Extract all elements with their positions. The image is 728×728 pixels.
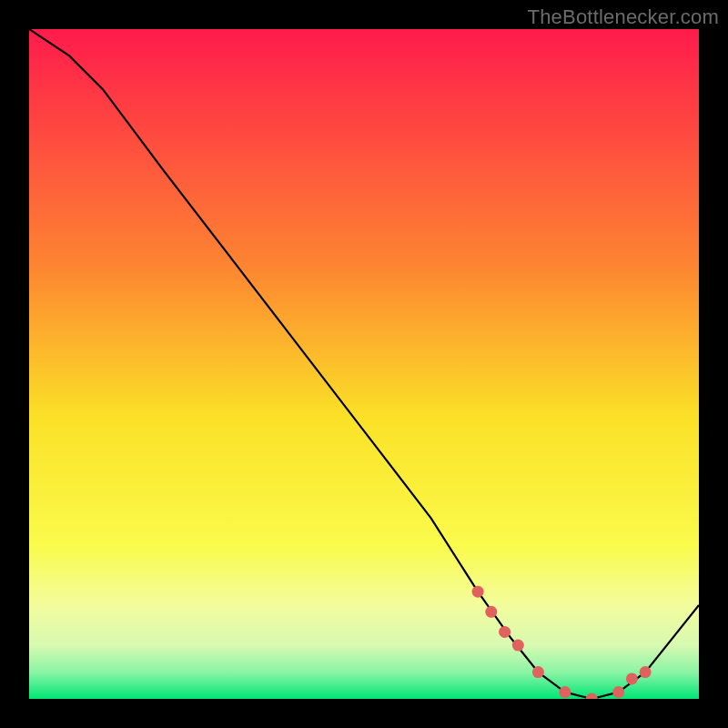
gradient-background bbox=[29, 29, 699, 699]
marker-point bbox=[485, 606, 497, 618]
chart-svg bbox=[29, 29, 699, 699]
plot-area bbox=[29, 29, 699, 699]
marker-point bbox=[612, 686, 624, 698]
marker-point bbox=[512, 640, 524, 652]
watermark-text: TheBottlenecker.com bbox=[528, 5, 719, 29]
marker-point bbox=[499, 626, 511, 638]
marker-point bbox=[640, 666, 652, 678]
marker-point bbox=[472, 586, 484, 598]
marker-point bbox=[626, 672, 638, 684]
marker-point bbox=[532, 666, 544, 678]
chart-frame: TheBottlenecker.com bbox=[0, 0, 728, 728]
marker-point bbox=[559, 686, 571, 698]
